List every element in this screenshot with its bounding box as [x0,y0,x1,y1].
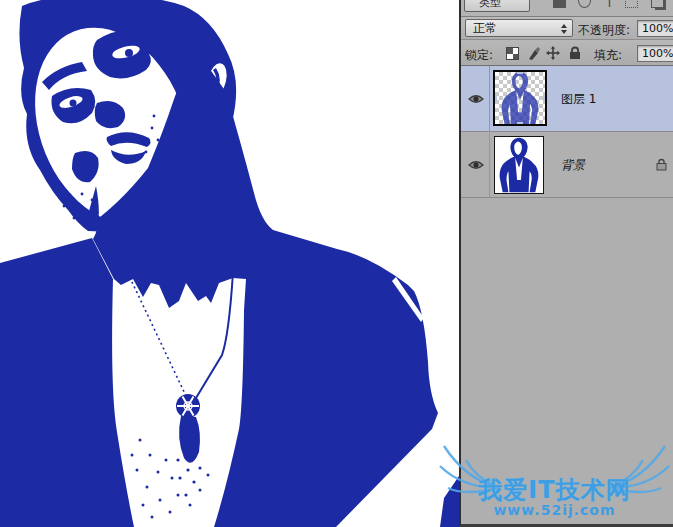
document-canvas[interactable] [0,0,459,527]
lock-transparency-icon[interactable] [506,47,519,60]
layer-name[interactable]: 图层 1 [561,91,596,108]
visibility-cell [461,66,490,131]
layer-thumbnail[interactable] [493,70,547,126]
layer-row-background[interactable]: 背景 [461,133,673,198]
filter-type-dropdown[interactable]: 类型 [464,0,530,12]
opacity-field[interactable]: 100% [637,20,673,37]
fill-field[interactable]: 100% [637,45,673,62]
visibility-cell [461,133,490,197]
layer1-figure [495,72,545,124]
lock-all-icon[interactable] [569,46,581,60]
background-thumbnail[interactable] [494,136,544,194]
layer-lock-icon [656,158,667,171]
jacket-left-shape [0,238,134,527]
layer-name[interactable]: 背景 [561,157,585,174]
layer-row-1[interactable]: 图层 1 [461,66,673,132]
lock-options-bar: 锁定: 填充: 100% [461,40,673,66]
background-figure [495,137,543,193]
lock-pixels-icon[interactable] [526,46,540,60]
eye-icon[interactable] [468,159,484,171]
shape-filter-icon[interactable] [625,0,638,8]
portrait-artwork [0,0,459,527]
smartobject-filter-icon[interactable] [651,0,664,8]
layers-panel: 类型 T 正常 不透明度: 100% 锁定: [459,0,673,527]
adjustment-filter-icon[interactable] [578,0,591,8]
blend-mode-select[interactable]: 正常 [465,19,573,37]
blend-options-bar: 正常 不透明度: 100% [461,17,673,40]
pixel-filter-icon[interactable] [553,0,566,8]
lock-label: 锁定: [465,47,493,64]
stepper-icon [561,24,567,34]
lock-position-icon[interactable] [546,46,560,60]
fill-label: 填充: [594,47,622,64]
text-filter-icon[interactable]: T [602,0,617,11]
eye-icon[interactable] [468,93,484,105]
blend-mode-value: 正常 [473,21,497,35]
layer-filter-bar: 类型 T [461,0,673,17]
opacity-label: 不透明度: [578,22,630,39]
